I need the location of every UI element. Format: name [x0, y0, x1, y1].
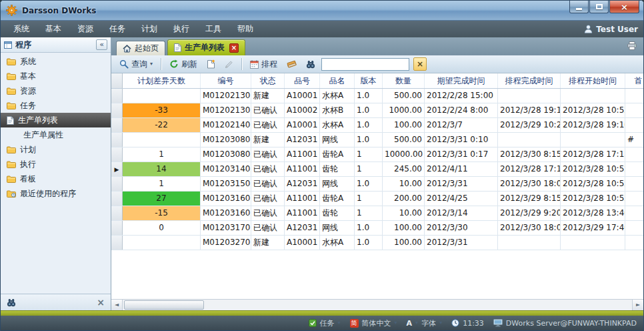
- printer-icon[interactable]: [627, 41, 637, 50]
- tab-close-icon[interactable]: ×: [229, 43, 239, 53]
- status-bar: 任务▾简简体中文▾A▾字体▾11:33DWorks Server@FUNWAY-…: [1, 316, 643, 330]
- cell: A11001: [285, 192, 320, 206]
- tab-0[interactable]: 起始页: [116, 41, 165, 55]
- sidebar-item-0[interactable]: 系统: [1, 54, 111, 69]
- cell: 1: [355, 162, 383, 176]
- menu-item-1[interactable]: 基本: [38, 21, 69, 37]
- column-header-8[interactable]: 排程完成时间: [498, 73, 561, 88]
- user-info[interactable]: Test User: [584, 25, 638, 34]
- server-status[interactable]: DWorks Server@FUNWAY-THINKPAD: [493, 319, 637, 328]
- sidebar-item-2[interactable]: 资源: [1, 83, 111, 98]
- edit-button[interactable]: [221, 59, 237, 70]
- table-row-1[interactable]: -33M012021302已确认A10002水杯B1.01000.002012/…: [111, 103, 643, 118]
- cell: A12031: [285, 221, 320, 235]
- table-row-10[interactable]: M012032701新建A10001水杯A1.0100.002012/3/31: [111, 236, 643, 250]
- table-row-6[interactable]: 1M012031501已确认A12031网线1.010.002012/3/312…: [111, 177, 643, 192]
- sidebar-item-1[interactable]: 基本: [1, 69, 111, 83]
- cell: 1: [355, 206, 383, 220]
- row-selector[interactable]: [111, 177, 123, 191]
- menu-bar: 系统基本资源任务计划执行工具帮助 Test User: [1, 21, 643, 37]
- scroll-thumb[interactable]: [124, 300, 204, 310]
- column-header-5[interactable]: 版本: [355, 73, 383, 88]
- refresh-button[interactable]: 刷新: [166, 57, 201, 71]
- cell: [625, 177, 643, 191]
- column-header-0[interactable]: 计划差异天数: [123, 73, 201, 88]
- column-header-2[interactable]: 状态: [251, 73, 285, 88]
- title-bar[interactable]: Darsson DWorks ×: [1, 1, 643, 21]
- scroll-right-icon[interactable]: ►: [632, 300, 643, 310]
- menu-item-2[interactable]: 资源: [70, 21, 101, 37]
- chevron-down-icon: ▾: [150, 61, 153, 67]
- column-header-9[interactable]: 排程开始时间: [561, 73, 625, 88]
- cell: 2012/3/30 18:00: [498, 177, 561, 191]
- close-button[interactable]: ×: [609, 1, 639, 13]
- schedule-button[interactable]: 排程: [247, 57, 281, 71]
- table-row-5[interactable]: ▶14M012031402已确认A11001齿轮1245.002012/4/11…: [111, 162, 643, 177]
- scroll-left-icon[interactable]: ◄: [111, 300, 123, 310]
- sidebar-collapse-button[interactable]: «: [96, 39, 107, 50]
- table-row-9[interactable]: 0M012031701已确认A12031网线1.0100.002012/3/30…: [111, 221, 643, 236]
- sidebar-item-9[interactable]: 最近使用的程序: [1, 186, 111, 201]
- row-selector[interactable]: [111, 236, 123, 250]
- row-selector[interactable]: [111, 118, 123, 132]
- task-status[interactable]: 任务▾: [309, 318, 341, 328]
- cell: 2012/3/14: [425, 206, 498, 220]
- row-selector[interactable]: [111, 147, 123, 161]
- table-row-4[interactable]: 1M012030802已确认A11001齿轮A110000.002012/3/3…: [111, 147, 643, 162]
- table-row-3[interactable]: M012030801新建A12031网线1.0500.002012/3/31 0…: [111, 133, 643, 147]
- search-clear-button[interactable]: ×: [413, 57, 427, 71]
- sidebar-item-3[interactable]: 任务: [1, 98, 111, 113]
- menu-item-6[interactable]: 工具: [198, 21, 229, 37]
- table-row-2[interactable]: -22M012021401已确认A10001水杯A1.0100.002012/3…: [111, 118, 643, 133]
- column-header-6[interactable]: 数量: [383, 73, 425, 88]
- maximize-button[interactable]: [589, 1, 609, 13]
- cell: 2012/3/29 8:15: [498, 192, 561, 206]
- search-input[interactable]: [321, 58, 409, 71]
- column-header-7[interactable]: 期望完成时间: [425, 73, 498, 88]
- erase-button[interactable]: [283, 59, 300, 69]
- find-button[interactable]: [303, 59, 319, 70]
- menu-item-5[interactable]: 执行: [166, 21, 197, 37]
- tab-1[interactable]: 生产单列表×: [167, 39, 245, 55]
- menu-item-3[interactable]: 任务: [102, 21, 133, 37]
- row-selector[interactable]: ▶: [111, 162, 123, 176]
- table-row-7[interactable]: 27M012031601已确认A11001齿轮A1200.002012/4/25…: [111, 192, 643, 206]
- minimize-button[interactable]: [569, 1, 589, 13]
- binoculars-icon[interactable]: [7, 298, 16, 307]
- row-selector[interactable]: [111, 206, 123, 220]
- cell: 水杯A: [320, 118, 355, 132]
- font-status[interactable]: A▾字体▾: [407, 318, 443, 328]
- column-header-3[interactable]: 品号: [285, 73, 320, 88]
- menu-item-0[interactable]: 系统: [6, 21, 37, 37]
- cell: 200.00: [383, 192, 425, 206]
- menu-item-7[interactable]: 帮助: [230, 21, 261, 37]
- table-row-0[interactable]: M012021301新建A10001水杯A1.0500.002012/2/28 …: [111, 89, 643, 103]
- menu-item-4[interactable]: 计划: [134, 21, 165, 37]
- cell: 2012/3/29 10:20: [498, 118, 561, 132]
- sidebar-search-close-icon[interactable]: ×: [97, 298, 105, 307]
- cell: -33: [123, 103, 201, 117]
- row-selector[interactable]: [111, 89, 123, 103]
- toolbar: 查询▾刷新排程×: [111, 55, 643, 73]
- sidebar-item-4[interactable]: 生产单列表: [1, 113, 111, 127]
- language-status[interactable]: 简简体中文▾: [350, 318, 397, 328]
- row-selector[interactable]: [111, 103, 123, 117]
- sidebar-item-6[interactable]: 计划: [1, 142, 111, 157]
- new-button[interactable]: [203, 58, 219, 70]
- row-selector[interactable]: [111, 133, 123, 147]
- cell: 已确认: [251, 221, 285, 235]
- cell: 2012/3/31: [425, 236, 498, 250]
- query-button[interactable]: 查询▾: [116, 57, 156, 71]
- sidebar-item-5[interactable]: 生产单属性: [1, 127, 111, 142]
- row-selector[interactable]: [111, 192, 123, 206]
- table-row-8[interactable]: -15M012031602已确认A11001齿轮110.002012/3/142…: [111, 206, 643, 221]
- column-header-10[interactable]: 首: [625, 73, 643, 88]
- cell: 1: [123, 177, 201, 191]
- sidebar-item-7[interactable]: 执行: [1, 157, 111, 172]
- column-header-1[interactable]: 编号: [201, 73, 251, 88]
- clock-status[interactable]: 11:33: [451, 319, 484, 328]
- horizontal-scrollbar[interactable]: ◄ ►: [111, 299, 643, 310]
- column-header-4[interactable]: 品名: [320, 73, 355, 88]
- row-selector[interactable]: [111, 221, 123, 235]
- sidebar-item-8[interactable]: 看板: [1, 172, 111, 186]
